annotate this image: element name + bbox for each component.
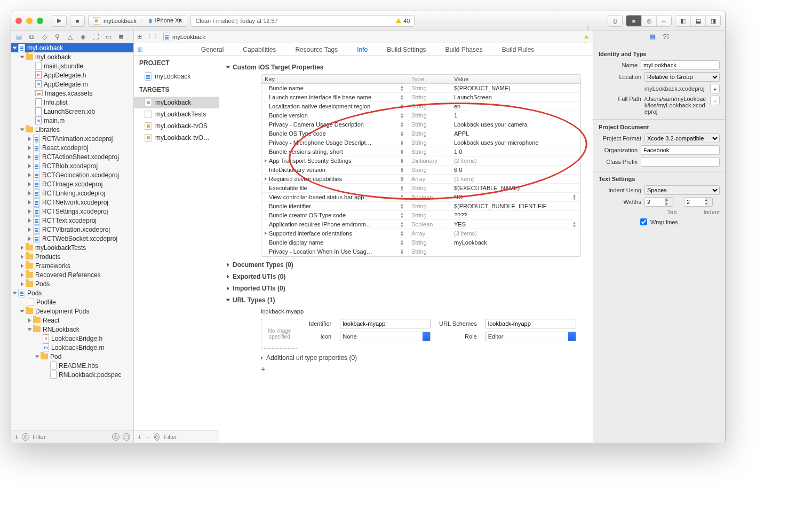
disclosure-triangle-icon[interactable] [28, 191, 31, 195]
disclosure-triangle-icon[interactable] [20, 310, 25, 312]
disclosure-triangle-icon[interactable] [261, 356, 263, 359]
debug-navigator-icon[interactable]: ⛶ [90, 33, 101, 41]
test-navigator-icon[interactable]: ◈ [77, 33, 88, 41]
tab-build-rules[interactable]: Build Rules [502, 46, 535, 53]
warning-indicator[interactable]: 40 [396, 18, 410, 24]
plist-row[interactable]: Supported interface orientations▴▾Array(… [261, 229, 580, 238]
key-popup-icon[interactable]: ▴▾ [401, 203, 403, 209]
disclosure-triangle-icon[interactable] [28, 237, 31, 241]
add-icon[interactable]: + [14, 433, 19, 441]
plist-row[interactable]: Required device capabilities▴▾Array(1 it… [261, 175, 580, 184]
library-button[interactable]: {} [608, 15, 623, 27]
activity-viewer[interactable]: Clean Finished | Today at 12:57 40 [190, 15, 415, 27]
tree-row[interactable]: mmain.m [11, 116, 133, 125]
plist-row[interactable]: Executable file▴▾String$(EXECUTABLE_NAME… [261, 184, 580, 193]
jump-bar-path[interactable]: myLookback [163, 33, 205, 41]
disclosure-triangle-icon[interactable] [13, 292, 17, 294]
scheme-selector[interactable]: myLookback 〉 ▮ iPhone Xʀ [88, 15, 187, 27]
disclosure-triangle-icon[interactable] [226, 66, 230, 69]
disclosure-triangle-icon[interactable] [265, 159, 267, 162]
disclosure-triangle-icon[interactable] [21, 264, 23, 268]
plist-value[interactable]: 6.0 [451, 166, 580, 174]
target-item[interactable]: myLookback-tvO… [134, 132, 219, 144]
tree-row[interactable]: RCTImage.xcodeproj [11, 179, 133, 189]
recent-filter-icon[interactable]: ⊙ [22, 433, 29, 441]
disclosure-triangle-icon[interactable] [21, 282, 23, 286]
key-popup-icon[interactable]: ▴▾ [401, 158, 403, 164]
plist-value[interactable] [451, 250, 580, 253]
disclosure-triangle-icon[interactable] [35, 355, 39, 358]
plist-row[interactable]: Privacy - Microphone Usage Descript…▴▾St… [261, 138, 580, 147]
tree-row[interactable]: myLookbackTests [11, 243, 133, 252]
quick-help-icon[interactable]: ?⃝ [663, 33, 670, 41]
tree-row[interactable]: Products [11, 252, 133, 261]
key-popup-icon[interactable]: ▴▾ [401, 167, 403, 173]
remove-target-button[interactable]: − [146, 433, 150, 441]
plist-value[interactable]: en [451, 102, 580, 111]
plist-row[interactable]: View controller-based status bar app…▴▾B… [261, 193, 580, 202]
related-items-icon[interactable]: ⊞ [137, 33, 142, 40]
disclosure-triangle-icon[interactable] [28, 227, 31, 232]
plist-row[interactable]: Bundle creator OS Type code▴▾String???? [261, 211, 580, 220]
toggle-navigator-button[interactable]: ◧ [675, 15, 690, 27]
key-popup-icon[interactable]: ▴▾ [401, 130, 403, 137]
tree-row[interactable]: mLookbackBridge.m [11, 343, 133, 352]
key-popup-icon[interactable]: ▴▾ [401, 194, 403, 200]
document-types-header[interactable]: Document Types (0) [227, 261, 585, 269]
issue-navigator-icon[interactable]: △ [65, 33, 75, 41]
plist-row[interactable]: Privacy - Location When In Use Usag…▴▾St… [261, 247, 580, 256]
plist-value[interactable]: YES▴▾ [451, 220, 580, 229]
tab-general[interactable]: General [201, 46, 224, 53]
tree-row[interactable]: Recovered References [11, 270, 133, 279]
close-window-button[interactable] [15, 18, 22, 24]
tree-row[interactable]: Pods [11, 288, 133, 297]
plist-row[interactable]: Application requires iPhone environm…▴▾B… [261, 220, 580, 229]
tree-row[interactable]: Libraries [11, 125, 133, 134]
project-navigator-icon[interactable]: ▤ [13, 33, 24, 41]
plist-value[interactable]: $(EXECUTABLE_NAME) [451, 184, 580, 192]
symbol-navigator-icon[interactable]: ◇ [39, 33, 50, 41]
key-popup-icon[interactable]: ▴▾ [401, 148, 403, 155]
plist-row[interactable]: Launch screen interface file base name▴▾… [261, 93, 580, 102]
key-popup-icon[interactable]: ▴▾ [401, 185, 403, 191]
disclosure-triangle-icon[interactable] [28, 155, 31, 159]
plist-value[interactable]: APPL [451, 129, 580, 138]
tab-build-settings[interactable]: Build Settings [387, 46, 426, 53]
key-popup-icon[interactable]: ▴▾ [401, 248, 403, 255]
report-navigator-icon[interactable]: ≣ [116, 33, 126, 41]
stop-button[interactable]: ■ [70, 15, 85, 27]
organization-field[interactable] [641, 145, 720, 155]
zoom-window-button[interactable] [37, 18, 43, 24]
disclosure-triangle-icon[interactable] [13, 46, 17, 49]
tree-row[interactable]: RCTWebSocket.xcodeproj [11, 234, 133, 243]
tree-row[interactable]: myLookback [11, 52, 133, 61]
find-navigator-icon[interactable]: ⚲ [52, 33, 62, 41]
plist-row[interactable]: InfoDictionary version▴▾String6.0 [261, 166, 580, 175]
tree-row[interactable]: RNLookback.podspec [11, 370, 133, 379]
target-item[interactable]: myLookback [134, 97, 219, 108]
class-prefix-field[interactable] [641, 157, 720, 167]
navigator-filter-input[interactable] [33, 434, 109, 440]
standard-editor-button[interactable]: ≡ [626, 15, 641, 27]
tree-row[interactable]: RCTAnimation.xcodeproj [11, 134, 133, 143]
targets-filter-input[interactable] [164, 434, 237, 440]
tree-row[interactable]: React.xcodeproj [11, 143, 133, 152]
key-popup-icon[interactable]: ▴▾ [401, 176, 403, 182]
filter-scope-icon[interactable]: ⊙ [154, 433, 160, 441]
tree-row[interactable]: Pods [11, 279, 133, 288]
name-field[interactable] [641, 60, 720, 70]
disclosure-triangle-icon[interactable] [265, 232, 267, 235]
key-popup-icon[interactable]: ▴▾ [401, 139, 403, 146]
tab-capabilities[interactable]: Capabilities [243, 46, 276, 53]
disclosure-triangle-icon[interactable] [28, 318, 31, 323]
source-control-navigator-icon[interactable]: ⧉ [26, 33, 37, 41]
disclosure-triangle-icon[interactable] [28, 173, 31, 177]
tab-info[interactable]: Info [357, 46, 368, 53]
custom-props-header[interactable]: Custom iOS Target Properties [227, 64, 585, 71]
tree-row[interactable]: README.hbs [11, 361, 133, 370]
plist-value[interactable]: LaunchScreen [451, 93, 580, 101]
disclosure-triangle-icon[interactable] [28, 218, 31, 223]
target-item[interactable]: myLookback-tvOS [134, 120, 219, 132]
location-select[interactable]: Relative to Group [644, 72, 720, 82]
plist-value[interactable]: 1 [451, 111, 580, 120]
